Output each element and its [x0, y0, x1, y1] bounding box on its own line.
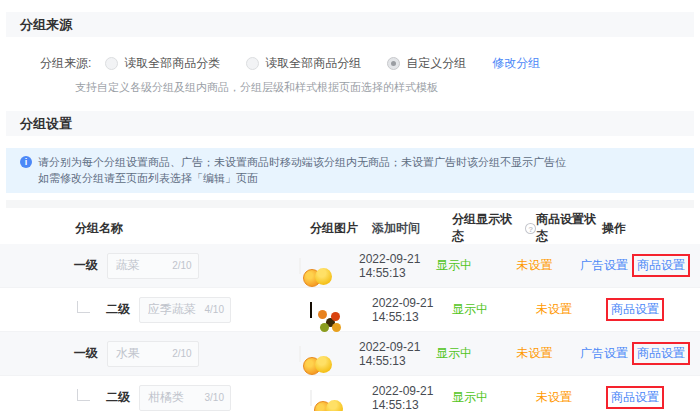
group-name-input-wrap: 2/10: [107, 253, 199, 279]
product-settings-link[interactable]: 商品设置: [611, 390, 659, 404]
group-name-input-wrap: 3/10: [139, 385, 231, 411]
radio-selected-icon: [387, 57, 400, 70]
annotation-highlight-box: 商品设置: [632, 342, 690, 365]
group-source-helper-text: 支持自定义各级分组及组内商品，分组层级和样式根据页面选择的样式模板: [0, 80, 700, 95]
notice-line1: 请分别为每个分组设置商品、广告；未设置商品时移动端该分组内无商品；未设置广告时该…: [38, 154, 566, 170]
display-status-badge: 显示中: [452, 301, 488, 318]
level-label: 一级: [74, 345, 98, 362]
product-status-badge: 未设置: [536, 390, 572, 404]
radio-label: 读取全部商品分组: [265, 55, 361, 72]
radio-icon: [105, 57, 118, 70]
help-icon[interactable]: ?: [525, 223, 536, 234]
modify-group-link[interactable]: 修改分组: [492, 55, 540, 72]
level-label: 二级: [106, 389, 130, 406]
table-row: 一级 2/10 2022-09-21 14:55:13 显示中 未设置 广告设置…: [0, 332, 700, 376]
table-row: 二级 3/10 2022-09-21 14:55:13 显示中 未设置 商品设置: [0, 376, 700, 411]
notice-line2: 如需修改分组请至页面列表选择「编辑」页面: [38, 170, 566, 186]
radio-custom-group[interactable]: 自定义分组: [387, 55, 466, 72]
header-display-status-label: 分组显示状态: [452, 211, 520, 245]
header-added-time: 添加时间: [372, 220, 452, 237]
display-status-badge: 显示中: [452, 389, 488, 406]
added-time: 2022-09-21 14:55:13: [359, 340, 436, 368]
sublevel-branch-icon: [77, 389, 90, 401]
product-status-badge: 未设置: [517, 346, 553, 360]
radio-label: 读取全部商品分类: [124, 55, 220, 72]
header-display-status: 分组显示状态 ?: [452, 211, 536, 245]
header-product-status: 商品设置状态: [536, 211, 602, 245]
added-time: 2022-09-21 14:55:13: [372, 384, 452, 411]
product-status-badge: 未设置: [536, 302, 572, 316]
notice-banner: i 请分别为每个分组设置商品、广告；未设置商品时移动端该分组内无商品；未设置广告…: [6, 148, 694, 193]
product-settings-link[interactable]: 商品设置: [611, 302, 659, 316]
header-actions: 操作: [602, 220, 690, 237]
header-group-name: 分组名称: [75, 220, 310, 237]
product-settings-link[interactable]: 商品设置: [637, 258, 685, 272]
ad-settings-link[interactable]: 广告设置: [580, 345, 628, 362]
group-image-thumbnail[interactable]: [310, 390, 312, 406]
group-name-input-wrap: 4/10: [139, 297, 231, 323]
radio-label: 自定义分组: [406, 55, 466, 72]
display-status-badge: 显示中: [436, 257, 472, 274]
level-label: 二级: [106, 301, 130, 318]
char-counter: 2/10: [172, 260, 191, 271]
spacer: [0, 95, 700, 111]
ad-settings-link[interactable]: 广告设置: [580, 257, 628, 274]
section-divider: [6, 200, 694, 208]
display-status-badge: 显示中: [436, 345, 472, 362]
top-spacer: [0, 0, 700, 12]
group-name-input-wrap: 2/10: [107, 341, 199, 367]
notice-text: 请分别为每个分组设置商品、广告；未设置商品时移动端该分组内无商品；未设置广告时该…: [38, 154, 566, 186]
section-title-group-source: 分组来源: [6, 12, 694, 37]
table-row: 一级 2/10 2022-09-21 14:55:13 显示中 未设置 广告设置…: [0, 244, 700, 288]
added-time: 2022-09-21 14:55:13: [372, 296, 452, 324]
level-label: 一级: [74, 257, 98, 274]
product-settings-link[interactable]: 商品设置: [637, 346, 685, 360]
char-counter: 2/10: [172, 348, 191, 359]
added-time: 2022-09-21 14:55:13: [359, 252, 436, 280]
radio-read-all-groups[interactable]: 读取全部商品分组: [246, 55, 361, 72]
radio-read-all-categories[interactable]: 读取全部商品分类: [105, 55, 220, 72]
radio-icon: [246, 57, 259, 70]
group-source-label: 分组来源:: [40, 55, 91, 72]
sublevel-branch-icon: [77, 301, 90, 313]
group-image-thumbnail[interactable]: [299, 258, 301, 274]
char-counter: 3/10: [205, 392, 224, 403]
annotation-highlight-box: 商品设置: [606, 298, 664, 321]
annotation-highlight-box: 商品设置: [632, 254, 690, 277]
section-title-group-settings: 分组设置: [6, 111, 694, 136]
table-row: 二级 4/10 2022-09-21 14:55:13 显示中 未设置 商品设置: [0, 288, 700, 332]
group-image-thumbnail[interactable]: [310, 302, 312, 318]
header-group-image: 分组图片: [310, 220, 372, 237]
info-icon: i: [20, 156, 32, 168]
table-header-row: 分组名称 分组图片 添加时间 分组显示状态 ? 商品设置状态 操作: [0, 212, 700, 244]
group-image-thumbnail[interactable]: [299, 346, 301, 362]
annotation-highlight-box: 商品设置: [606, 386, 664, 409]
char-counter: 4/10: [205, 304, 224, 315]
group-source-field: 分组来源: 读取全部商品分类 读取全部商品分组 自定义分组 修改分组: [0, 53, 700, 73]
product-status-badge: 未设置: [517, 258, 553, 272]
